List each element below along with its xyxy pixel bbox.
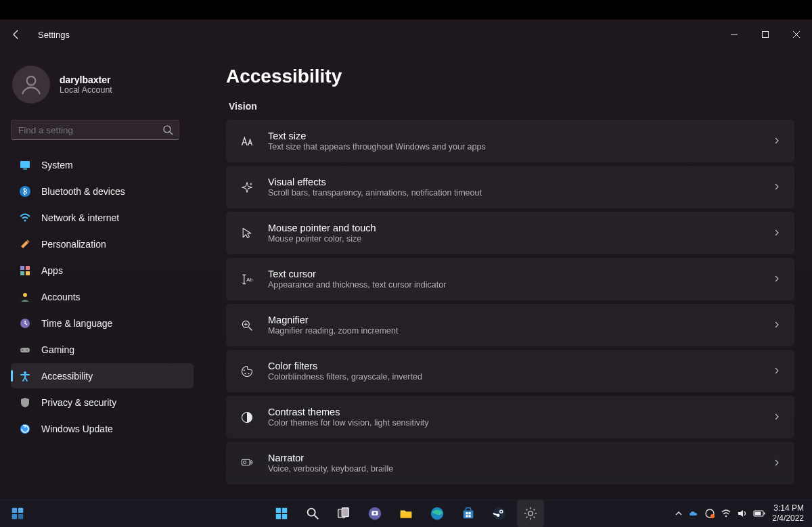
svg-rect-55 bbox=[764, 513, 765, 515]
sidebar-item-label: Bluetooth & devices bbox=[41, 186, 125, 197]
row-title: Narrator bbox=[268, 453, 773, 463]
setting-text-cursor[interactable]: Ab Text cursorAppearance and thickness, … bbox=[226, 258, 794, 300]
svg-rect-25 bbox=[12, 508, 17, 513]
sidebar-item-network[interactable]: Network & internet bbox=[11, 205, 194, 230]
wifi-icon bbox=[19, 212, 31, 223]
back-button[interactable] bbox=[8, 26, 24, 43]
accessibility-icon bbox=[19, 371, 31, 382]
taskbar-widgets[interactable] bbox=[4, 500, 31, 527]
shield-icon bbox=[19, 397, 31, 408]
svg-rect-45 bbox=[468, 515, 470, 517]
search-input[interactable] bbox=[18, 125, 157, 135]
nav-list: System Bluetooth & devices Network & int… bbox=[11, 152, 194, 441]
svg-point-52 bbox=[710, 514, 715, 518]
search-box[interactable] bbox=[11, 120, 179, 140]
titlebar: Settings bbox=[0, 20, 812, 49]
sidebar-item-label: Network & internet bbox=[41, 212, 119, 223]
tray-chevron-up-icon[interactable] bbox=[675, 509, 683, 518]
row-title: Text cursor bbox=[268, 269, 773, 279]
text-size-icon bbox=[238, 134, 256, 149]
svg-rect-30 bbox=[282, 508, 287, 513]
start-button[interactable] bbox=[268, 500, 295, 527]
setting-text-size[interactable]: Text sizeText size that appears througho… bbox=[226, 120, 794, 162]
svg-rect-29 bbox=[276, 508, 281, 513]
chevron-right-icon bbox=[773, 273, 781, 285]
svg-rect-8 bbox=[26, 266, 30, 270]
row-sub: Magnifier reading, zoom increment bbox=[268, 326, 773, 336]
taskbar-taskview[interactable] bbox=[330, 500, 357, 527]
svg-rect-28 bbox=[18, 514, 23, 519]
svg-point-21 bbox=[248, 373, 250, 374]
chevron-right-icon bbox=[773, 457, 781, 469]
setting-contrast-themes[interactable]: Contrast themesColor themes for low visi… bbox=[226, 396, 794, 438]
svg-rect-56 bbox=[755, 512, 761, 515]
sidebar-item-accessibility[interactable]: Accessibility bbox=[11, 363, 194, 388]
sidebar-item-privacy[interactable]: Privacy & security bbox=[11, 390, 194, 415]
grid-icon bbox=[19, 265, 31, 276]
minimize-button[interactable] bbox=[719, 24, 750, 45]
chevron-right-icon bbox=[773, 227, 781, 239]
sidebar-item-personalization[interactable]: Personalization bbox=[11, 231, 194, 256]
maximize-button[interactable] bbox=[750, 24, 781, 45]
row-title: Text size bbox=[268, 131, 773, 141]
settings-window: Settings darylbaxter Local Account bbox=[0, 20, 812, 499]
row-sub: Appearance and thickness, text cursor in… bbox=[268, 280, 773, 290]
sidebar-item-label: Accounts bbox=[41, 292, 81, 302]
app-title: Settings bbox=[38, 30, 70, 40]
volume-tray-icon[interactable] bbox=[737, 508, 748, 519]
main-content: Accessibility Vision Text sizeText size … bbox=[194, 49, 801, 499]
clock-lang-icon bbox=[19, 318, 31, 329]
cursor-icon bbox=[238, 227, 256, 240]
sidebar-item-apps[interactable]: Apps bbox=[11, 258, 194, 283]
svg-rect-44 bbox=[466, 515, 468, 517]
battery-tray-icon[interactable] bbox=[753, 509, 765, 518]
svg-rect-42 bbox=[466, 512, 468, 514]
setting-color-filters[interactable]: Color filtersColorblindness filters, gra… bbox=[226, 350, 794, 392]
svg-point-1 bbox=[27, 76, 36, 85]
row-sub: Color themes for low vision, light sensi… bbox=[268, 418, 773, 428]
taskbar-search[interactable] bbox=[299, 500, 326, 527]
taskbar-explorer[interactable] bbox=[392, 500, 420, 527]
taskbar-chat[interactable] bbox=[361, 500, 388, 527]
sidebar-item-accounts[interactable]: Accounts bbox=[11, 284, 194, 309]
taskbar-settings[interactable] bbox=[517, 500, 544, 527]
sidebar-item-system[interactable]: System bbox=[11, 152, 194, 177]
close-button[interactable] bbox=[781, 24, 812, 45]
svg-rect-26 bbox=[18, 508, 23, 513]
clock-time: 3:14 PM bbox=[772, 503, 804, 513]
onedrive-icon[interactable] bbox=[688, 508, 699, 519]
row-title: Contrast themes bbox=[268, 407, 773, 417]
row-sub: Voice, verbosity, keyboard, braille bbox=[268, 464, 773, 474]
palette-icon bbox=[238, 365, 256, 378]
sidebar-item-time[interactable]: Time & language bbox=[11, 311, 194, 336]
account-block[interactable]: darylbaxter Local Account bbox=[11, 66, 194, 104]
svg-rect-43 bbox=[468, 512, 470, 514]
setting-visual-effects[interactable]: Visual effectsScroll bars, transparency,… bbox=[226, 166, 794, 208]
setting-mouse-pointer[interactable]: Mouse pointer and touchMouse pointer col… bbox=[226, 212, 794, 254]
taskbar-store[interactable] bbox=[455, 500, 482, 527]
sidebar-item-gaming[interactable]: Gaming bbox=[11, 337, 194, 362]
svg-point-49 bbox=[497, 513, 500, 517]
system-tray[interactable] bbox=[675, 508, 765, 519]
game-icon bbox=[19, 344, 31, 355]
sidebar-item-label: System bbox=[41, 160, 73, 170]
wifi-tray-icon[interactable] bbox=[721, 508, 731, 519]
chevron-right-icon bbox=[773, 411, 781, 423]
svg-rect-35 bbox=[342, 508, 348, 517]
sidebar-item-update[interactable]: Windows Update bbox=[11, 416, 194, 441]
svg-point-6 bbox=[24, 219, 26, 221]
taskbar-edge[interactable] bbox=[424, 500, 451, 527]
page-title: Accessibility bbox=[226, 66, 794, 87]
svg-rect-3 bbox=[20, 161, 30, 168]
search-icon bbox=[162, 124, 173, 138]
row-title: Magnifier bbox=[268, 315, 773, 325]
setting-narrator[interactable]: NarratorVoice, verbosity, keyboard, brai… bbox=[226, 442, 794, 484]
update-tray-icon[interactable] bbox=[704, 508, 715, 519]
taskbar-steam[interactable] bbox=[486, 500, 513, 527]
row-title: Color filters bbox=[268, 361, 773, 371]
svg-point-20 bbox=[245, 373, 246, 374]
taskbar-clock[interactable]: 3:14 PM 2/4/2022 bbox=[772, 503, 804, 524]
settings-list: Text sizeText size that appears througho… bbox=[226, 120, 794, 484]
setting-magnifier[interactable]: MagnifierMagnifier reading, zoom increme… bbox=[226, 304, 794, 346]
sidebar-item-bluetooth[interactable]: Bluetooth & devices bbox=[11, 179, 194, 204]
